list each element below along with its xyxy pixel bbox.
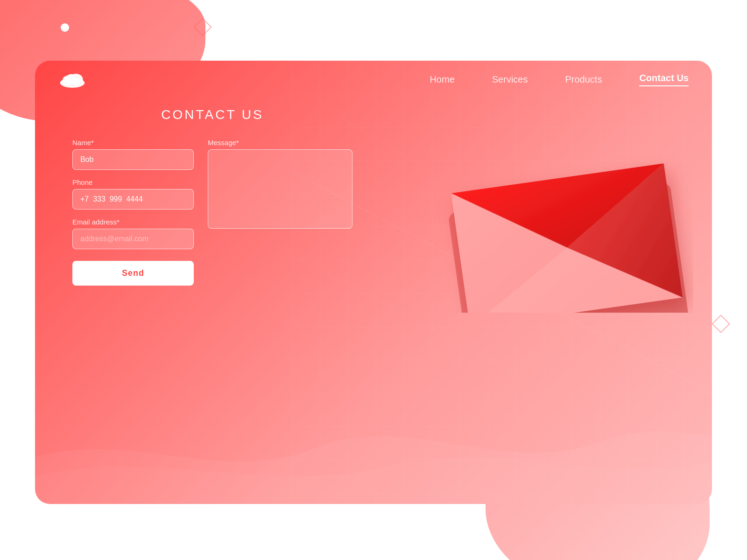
phone-label: Phone: [72, 178, 194, 186]
logo[interactable]: [58, 70, 86, 88]
form-row: Name* Phone Email address* Message*: [72, 139, 352, 249]
nav-contact[interactable]: Contact Us: [639, 73, 689, 86]
email-field-group: Email address*: [72, 218, 194, 249]
cloud-icon: [58, 70, 86, 88]
form-right-column: Message*: [208, 139, 352, 231]
name-input[interactable]: [72, 149, 194, 170]
email-input[interactable]: [72, 229, 194, 249]
name-label: Name*: [72, 139, 194, 147]
envelope-svg: [423, 89, 693, 313]
svg-point-7: [66, 74, 76, 83]
nav-home[interactable]: Home: [430, 74, 454, 85]
nav-services[interactable]: Services: [492, 74, 528, 85]
phone-input[interactable]: [72, 189, 194, 210]
form-section: CONTACT US Name* Phone Email address*: [72, 107, 352, 286]
nav-links: Home Services Products Contact Us: [430, 73, 689, 86]
decorative-diamond-2: [712, 315, 730, 333]
decorative-dot-1: [61, 23, 69, 32]
main-card: Home Services Products Contact Us CONTAC…: [35, 61, 712, 504]
wave-decoration: [35, 401, 712, 504]
decorative-dot-2: [19, 140, 33, 154]
email-label: Email address*: [72, 218, 194, 226]
nav-products[interactable]: Products: [565, 74, 602, 85]
message-label: Message*: [208, 139, 352, 147]
name-field-group: Name*: [72, 139, 194, 170]
form-title: CONTACT US: [72, 107, 352, 122]
message-textarea[interactable]: [208, 149, 352, 229]
envelope-illustration: [423, 89, 693, 322]
form-left-column: Name* Phone Email address*: [72, 139, 194, 249]
send-button[interactable]: Send: [72, 261, 194, 286]
phone-field-group: Phone: [72, 178, 194, 210]
